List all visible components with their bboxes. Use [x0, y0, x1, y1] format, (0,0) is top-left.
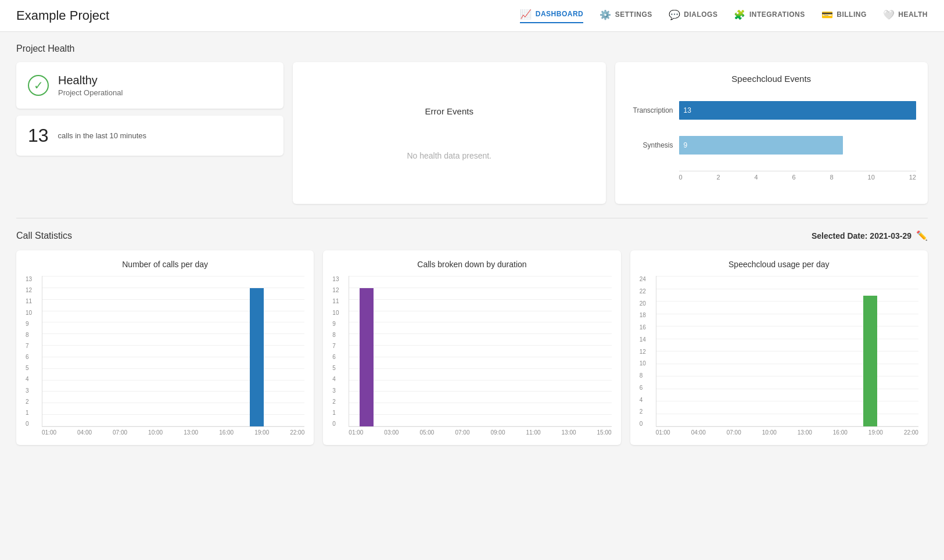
charts-row: Number of calls per day01234567891011121…	[16, 250, 928, 445]
selected-date-label: Selected Date: 2021-03-29	[812, 231, 911, 240]
chart-title-speechcloud_per_day: Speechcloud usage per day	[640, 260, 918, 269]
call-stats-header: Call Statistics Selected Date: 2021-03-2…	[16, 230, 928, 241]
health-label: Healthy	[58, 74, 123, 87]
chart-container-speechcloud_per_day: 024681012141618202224	[640, 276, 918, 427]
bars-container-calls_per_day	[42, 276, 304, 426]
nav-item-dialogs[interactable]: 💬DIALOGS	[669, 9, 718, 23]
chart-card-calls_per_day: Number of calls per day01234567891011121…	[16, 250, 314, 445]
bars-container-calls_by_duration	[349, 276, 611, 426]
y-axis-speechcloud_per_day: 024681012141618202224	[640, 276, 656, 427]
dialogs-icon: 💬	[669, 9, 681, 20]
nav-item-integrations[interactable]: 🧩INTEGRATIONS	[734, 9, 805, 23]
chart-area-speechcloud_per_day	[656, 276, 918, 427]
calls-count: 13	[28, 125, 49, 146]
x-axis-calls_by_duration: 01:0003:0005:0007:0009:0011:0013:0015:00	[332, 427, 611, 436]
dashboard-icon: 📈	[520, 9, 532, 20]
nav-item-health[interactable]: 🤍HEALTH	[883, 9, 928, 23]
health-icon: 🤍	[883, 9, 895, 20]
settings-icon: ⚙️	[600, 9, 612, 20]
calls-card: 13 calls in the last 10 minutes	[16, 116, 283, 156]
transcription-track: 13	[679, 101, 917, 120]
synthesis-bar-row: Synthesis 9	[679, 136, 917, 155]
transcription-fill: 13	[679, 101, 917, 120]
chart-container-calls_per_day: 012345678910111213	[26, 276, 304, 427]
speechcloud-events-card: Speechcloud Events Transcription 13 Synt…	[615, 62, 928, 204]
calls-label: calls in the last 10 minutes	[58, 131, 146, 140]
chart-card-speechcloud_per_day: Speechcloud usage per day024681012141618…	[630, 250, 928, 445]
x-axis-calls_per_day: 01:0004:0007:0010:0013:0016:0019:0022:00	[26, 427, 304, 436]
nav-item-dashboard[interactable]: 📈DASHBOARD	[520, 9, 583, 23]
nav-item-billing[interactable]: 💳BILLING	[821, 9, 867, 23]
health-status-icon: ✓	[28, 75, 49, 96]
health-text: Healthy Project Operational	[58, 74, 123, 97]
x-axis-speechcloud_per_day: 01:0004:0007:0010:0013:0016:0019:0022:00	[640, 427, 918, 436]
y-axis-calls_per_day: 012345678910111213	[26, 276, 42, 427]
header: Example Project 📈DASHBOARD⚙️SETTINGS💬DIA…	[0, 0, 944, 32]
integrations-icon: 🧩	[734, 9, 746, 20]
chart-area-calls_per_day	[42, 276, 304, 427]
nav-label-integrations: INTEGRATIONS	[749, 10, 805, 19]
speechcloud-x-axis: 0 2 4 6 8 10 12	[679, 171, 917, 181]
chart-container-calls_by_duration: 012345678910111213	[332, 276, 611, 427]
health-status-card: ✓ Healthy Project Operational	[16, 62, 283, 109]
call-stats-title: Call Statistics	[16, 231, 72, 241]
nav-label-settings: SETTINGS	[615, 10, 652, 19]
nav-label-health: HEALTH	[898, 10, 928, 19]
error-events-card: Error Events No health data present.	[293, 62, 606, 204]
health-sub-label: Project Operational	[58, 88, 123, 97]
speechcloud-bar-chart: Transcription 13 Synthesis 9 0 2 4	[627, 95, 917, 192]
chart-title-calls_by_duration: Calls broken down by duration	[332, 260, 611, 269]
main-content: Project Health ✓ Healthy Project Operati…	[0, 32, 944, 457]
health-left-column: ✓ Healthy Project Operational 13 calls i…	[16, 62, 283, 204]
nav-label-dashboard: DASHBOARD	[536, 10, 584, 18]
nav-label-billing: BILLING	[837, 10, 867, 19]
synthesis-label: Synthesis	[627, 141, 673, 149]
error-events-title: Error Events	[425, 106, 473, 116]
bar-calls_per_day	[250, 288, 264, 426]
synthesis-track: 9	[679, 136, 917, 155]
no-data-message: No health data present.	[407, 151, 491, 160]
bar-calls_by_duration	[360, 288, 374, 426]
nav-item-settings[interactable]: ⚙️SETTINGS	[600, 9, 652, 23]
y-axis-calls_by_duration: 012345678910111213	[332, 276, 349, 427]
project-health-title: Project Health	[16, 44, 928, 54]
section-divider	[16, 218, 928, 218]
bar-speechcloud_per_day	[863, 296, 877, 426]
billing-icon: 💳	[821, 9, 834, 20]
synthesis-fill: 9	[679, 136, 844, 155]
health-cards-row: ✓ Healthy Project Operational 13 calls i…	[16, 62, 928, 204]
transcription-bar-row: Transcription 13	[679, 101, 917, 120]
chart-area-calls_by_duration	[349, 276, 611, 427]
chart-title-calls_per_day: Number of calls per day	[26, 260, 304, 269]
app-title: Example Project	[16, 8, 109, 23]
edit-date-icon[interactable]: ✏️	[916, 230, 928, 241]
nav-label-dialogs: DIALOGS	[684, 10, 717, 19]
main-nav: 📈DASHBOARD⚙️SETTINGS💬DIALOGS🧩INTEGRATION…	[520, 9, 928, 23]
speechcloud-events-title: Speechcloud Events	[627, 74, 917, 84]
selected-date: Selected Date: 2021-03-29 ✏️	[812, 230, 928, 241]
chart-card-calls_by_duration: Calls broken down by duration01234567891…	[323, 250, 620, 445]
transcription-label: Transcription	[627, 106, 673, 114]
bars-container-speechcloud_per_day	[656, 276, 918, 426]
